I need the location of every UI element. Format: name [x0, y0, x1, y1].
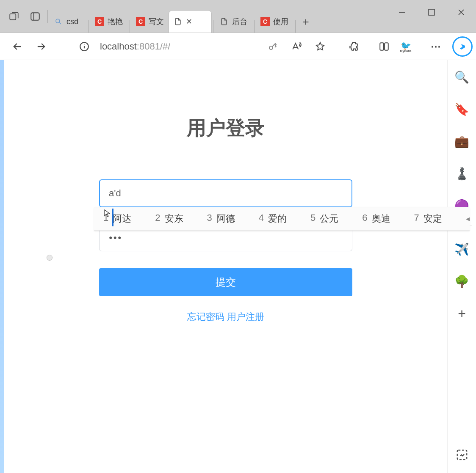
page-title: 用户登录 — [99, 115, 352, 141]
split-screen-icon[interactable] — [374, 36, 395, 57]
sidebar-capture-icon[interactable] — [456, 448, 468, 463]
site-info-icon[interactable] — [74, 36, 95, 57]
csdn-favicon-icon: C — [260, 17, 270, 26]
password-mask: ●●● — [109, 234, 122, 241]
address-url[interactable]: localhost:8081/#/ — [97, 41, 173, 52]
ime-candidate-7[interactable]: 7安定 — [414, 212, 442, 225]
address-host: localhost — [100, 41, 137, 52]
tab-label: 艳艳 — [108, 16, 123, 27]
sidebar-briefcase-icon[interactable]: 💼 — [454, 133, 470, 150]
tab-label: csd — [66, 17, 78, 26]
separator — [295, 20, 296, 33]
passwords-icon[interactable] — [262, 36, 283, 57]
separator — [369, 39, 369, 54]
close-tab-icon[interactable]: ✕ — [186, 17, 192, 26]
ime-candidate-6[interactable]: 6奥迪 — [362, 212, 390, 225]
tab-label: 后台 — [232, 16, 247, 27]
read-aloud-icon[interactable] — [286, 36, 307, 57]
window-minimize-button[interactable] — [387, 0, 417, 25]
file-icon — [219, 17, 229, 26]
sidebar-tag-icon[interactable]: 🔖 — [454, 101, 470, 118]
edge-sidebar: 🔍 🔖 💼 ♟️ 🟣 ✈️ 🌳 + — [447, 60, 476, 473]
separator — [89, 20, 89, 33]
more-menu-icon[interactable]: ⋯ — [425, 36, 446, 57]
ime-candidate-3[interactable]: 3阿德 — [207, 212, 235, 225]
submit-button[interactable]: 提交 — [99, 268, 352, 296]
search-icon — [54, 17, 63, 26]
svg-point-5 — [269, 46, 273, 50]
forgot-password-link[interactable]: 忘记密码 — [187, 311, 224, 322]
sidebar-send-icon[interactable]: ✈️ — [454, 241, 470, 258]
tab-csdn-3[interactable]: C 使用 — [256, 11, 293, 33]
separator — [130, 20, 130, 33]
favorite-star-icon[interactable] — [310, 36, 331, 57]
tab-csdn-1[interactable]: C 艳艳 — [91, 11, 128, 33]
tab-actions-icon[interactable] — [3, 6, 25, 27]
svg-rect-0 — [10, 14, 16, 19]
username-field[interactable]: a'd — [99, 179, 352, 207]
bing-sidebar-button[interactable] — [452, 36, 473, 57]
file-icon — [173, 17, 183, 26]
sidebar-chess-icon[interactable]: ♟️ — [454, 165, 470, 182]
nav-forward-button[interactable] — [30, 36, 52, 57]
ime-more-arrow-icon[interactable]: ◂ — [466, 213, 470, 224]
ime-candidate-4[interactable]: 4爱的 — [259, 212, 287, 225]
new-tab-button[interactable] — [297, 11, 314, 33]
ime-candidate-2[interactable]: 2安东 — [155, 212, 183, 225]
ime-candidate-bar[interactable]: 1阿达 2安东 3阿德 4爱的 5公元 6奥迪 7安定 ◂ — [94, 207, 470, 231]
ime-selection-cursor — [112, 209, 113, 226]
extensions-icon[interactable] — [343, 36, 365, 57]
ime-candidate-5[interactable]: 5公元 — [310, 212, 338, 225]
address-bar-row: localhost:8081/#/ 🐦 MyBatis ⋯ — [0, 33, 476, 60]
sidebar-plus-icon[interactable]: + — [454, 305, 470, 322]
separator — [254, 20, 255, 33]
tab-label: 使用 — [273, 16, 288, 27]
decorative-dot — [47, 255, 53, 261]
mybatis-ext-icon[interactable]: 🐦 MyBatis — [397, 38, 414, 55]
svg-point-2 — [56, 19, 60, 23]
window-close-button[interactable] — [446, 0, 476, 25]
window-maximize-button[interactable] — [417, 0, 446, 25]
csdn-favicon-icon: C — [95, 17, 104, 26]
svg-rect-1 — [31, 13, 39, 20]
nav-back-button[interactable] — [7, 36, 28, 57]
csdn-favicon-icon: C — [136, 17, 145, 26]
desktop-edge — [0, 60, 4, 473]
vertical-tabs-icon[interactable] — [25, 6, 46, 27]
tab-active-localhost[interactable]: ✕ — [169, 11, 211, 33]
separator — [213, 20, 213, 33]
tab-search[interactable]: csd — [50, 11, 87, 33]
separator — [47, 10, 48, 23]
login-links: 忘记密码 用户注册 — [99, 311, 352, 323]
page-viewport: 用户登录 a'd ●●● 提交 忘记密码 用户注册 — [4, 60, 447, 473]
window-controls — [387, 0, 476, 25]
tab-backend[interactable]: 后台 — [215, 11, 252, 33]
sidebar-tree-icon[interactable]: 🌳 — [454, 273, 470, 290]
mouse-cursor-icon — [104, 209, 111, 220]
svg-rect-7 — [385, 43, 388, 50]
register-link[interactable]: 用户注册 — [227, 311, 264, 322]
svg-rect-3 — [429, 9, 434, 15]
svg-rect-6 — [380, 43, 384, 50]
tab-csdn-2[interactable]: C 写文 — [132, 11, 169, 33]
sidebar-search-icon[interactable]: 🔍 — [454, 69, 470, 85]
tab-label: 写文 — [149, 16, 164, 27]
tabstrip-left-controls — [3, 0, 50, 33]
browser-tab-strip: csd C 艳艳 C 写文 ✕ 后台 — [0, 0, 476, 33]
username-value: a'd — [109, 188, 121, 199]
address-path: :8081/#/ — [137, 41, 171, 52]
